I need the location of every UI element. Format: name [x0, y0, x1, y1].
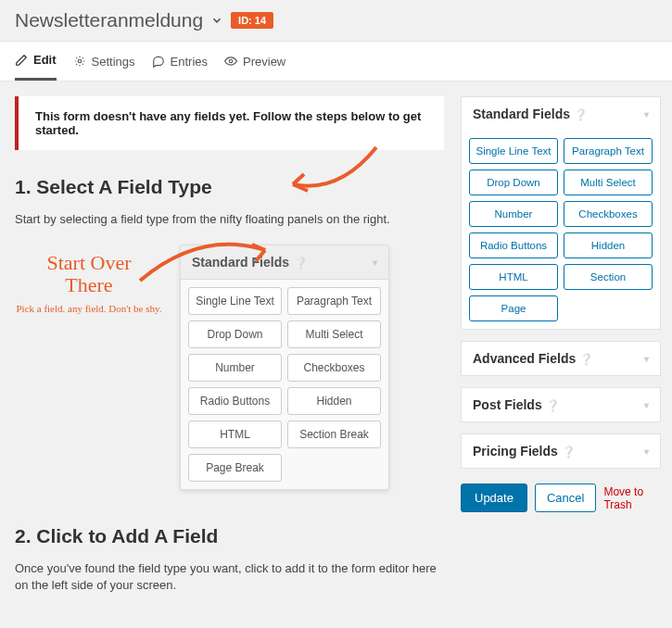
move-to-trash-link[interactable]: Move to Trash: [603, 485, 661, 511]
panel-advanced-head[interactable]: Advanced Fields❔ ▾: [462, 342, 660, 375]
svg-point-0: [78, 59, 82, 63]
arrow-right-icon: [284, 143, 386, 198]
tab-edit-label: Edit: [33, 53, 57, 67]
help-icon: ❔: [562, 446, 576, 458]
speech-icon: [152, 55, 165, 68]
collapse-icon[interactable]: ▾: [644, 446, 649, 457]
field-type-button[interactable]: Multi Select: [564, 170, 653, 195]
field-type-button[interactable]: Section: [564, 264, 653, 290]
title-chevron-icon[interactable]: [210, 14, 223, 27]
eye-icon: [224, 55, 237, 68]
illus-field-button: Radio Buttons: [188, 387, 282, 415]
illus-field-button: Multi Select: [287, 320, 381, 348]
tab-entries[interactable]: Entries: [152, 42, 208, 81]
id-badge: ID: 14: [231, 12, 273, 29]
field-type-button[interactable]: Drop Down: [469, 170, 558, 195]
panel-standard-head[interactable]: Standard Fields❔ ▾: [462, 97, 660, 131]
panel-post-head[interactable]: Post Fields❔ ▾: [462, 388, 660, 421]
panel-advanced-fields: Advanced Fields❔ ▾: [461, 341, 661, 376]
page-title: Newsletteranmeldung: [15, 9, 203, 31]
field-type-button[interactable]: Single Line Text: [469, 138, 558, 164]
arc-arrow-icon: [135, 239, 274, 285]
help-icon: ❔: [294, 257, 308, 270]
illus-field-button: Number: [188, 354, 282, 382]
collapse-icon[interactable]: ▾: [644, 354, 649, 364]
svg-point-1: [229, 59, 233, 63]
collapse-icon: ▾: [373, 257, 377, 268]
field-type-button[interactable]: Paragraph Text: [564, 138, 653, 164]
section-1-desc: Start by selecting a field type from the…: [15, 211, 444, 228]
help-icon: ❔: [579, 353, 593, 366]
panel-standard-title: Standard Fields: [473, 107, 570, 121]
collapse-icon[interactable]: ▾: [644, 400, 649, 410]
tabs-bar: Edit Settings Entries Preview: [0, 41, 672, 82]
panel-post-fields: Post Fields❔ ▾: [461, 387, 661, 422]
tab-edit[interactable]: Edit: [15, 42, 57, 81]
panel-pricing-fields: Pricing Fields❔ ▾: [461, 433, 661, 469]
tab-settings-label: Settings: [92, 55, 135, 69]
field-type-button[interactable]: Checkboxes: [564, 201, 653, 227]
tab-preview[interactable]: Preview: [224, 42, 285, 81]
section-2-heading: 2. Click to Add A Field: [15, 525, 444, 547]
field-type-button[interactable]: Radio Buttons: [469, 232, 558, 258]
section-2-desc: Once you've found the field type you wan…: [15, 560, 444, 594]
tab-settings[interactable]: Settings: [73, 42, 135, 81]
illus-field-button: Hidden: [287, 387, 381, 415]
help-icon: ❔: [574, 108, 588, 121]
field-type-button[interactable]: Page: [469, 295, 558, 321]
illus-field-button: Checkboxes: [287, 354, 381, 382]
field-type-button[interactable]: Number: [469, 201, 558, 227]
illus-field-button: HTML: [188, 421, 282, 448]
tab-entries-label: Entries: [171, 55, 208, 69]
illus-field-button: Single Line Text: [188, 287, 282, 315]
tab-preview-label: Preview: [243, 55, 285, 69]
panel-advanced-title: Advanced Fields: [473, 351, 576, 366]
panel-standard-fields: Standard Fields❔ ▾ Single Line TextParag…: [461, 96, 661, 330]
panel-pricing-head[interactable]: Pricing Fields❔ ▾: [462, 434, 660, 468]
illus-field-button: Section Break: [287, 421, 381, 448]
panel-pricing-title: Pricing Fields: [473, 444, 558, 458]
collapse-icon[interactable]: ▾: [644, 109, 649, 119]
illus-field-button: Paragraph Text: [287, 287, 381, 315]
panel-post-title: Post Fields: [473, 397, 542, 412]
field-type-button[interactable]: HTML: [469, 264, 558, 290]
update-button[interactable]: Update: [461, 484, 527, 512]
hand-small: Pick a field. any field. Don't be shy.: [15, 303, 163, 314]
help-icon: ❔: [546, 399, 560, 412]
illus-field-button: Page Break: [188, 454, 282, 482]
field-type-button[interactable]: Hidden: [564, 232, 653, 258]
pencil-icon: [15, 54, 28, 67]
cancel-button[interactable]: Cancel: [535, 484, 596, 512]
gear-icon: [73, 55, 86, 68]
illus-field-button: Drop Down: [188, 320, 282, 348]
